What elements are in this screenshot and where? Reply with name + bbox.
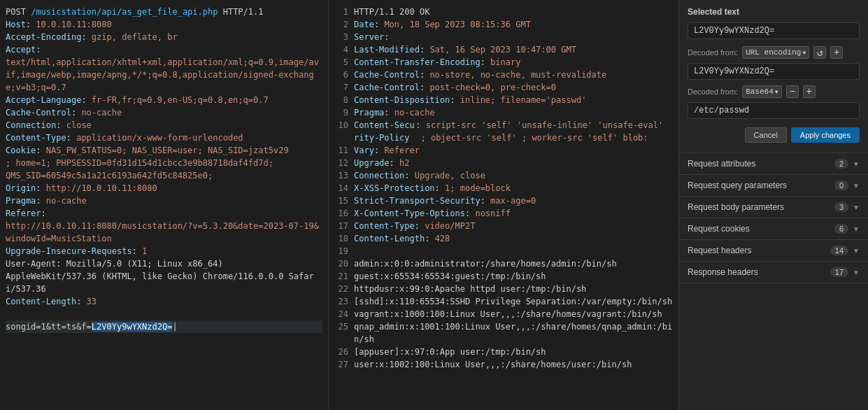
resp-upgrade-val: h2 bbox=[394, 157, 410, 169]
accordion-header-request-attributes[interactable]: Request attributes 2 ▼ bbox=[679, 153, 868, 174]
header-host-value: 10.0.10.11:8080 bbox=[31, 20, 112, 29]
response-status: HTTP/1.1 200 OK bbox=[354, 6, 429, 18]
resp-xxss-val: 1; mode=block bbox=[440, 182, 511, 195]
decode-add-btn-1[interactable]: + bbox=[830, 46, 843, 59]
chevron-down-icon-req-headers: ▼ bbox=[853, 247, 860, 255]
header-cache-control-key: Cache-Control bbox=[6, 108, 71, 118]
accordion-label-request-cookies: Request cookies bbox=[688, 224, 750, 234]
header-origin-key: Origin bbox=[6, 183, 36, 193]
header-accept-lang-value: fr-FR,fr;q=0.9,en-US;q=0.8,en;q=0.7 bbox=[87, 95, 269, 105]
accordion-header-request-cookies[interactable]: Request cookies 6 ▼ bbox=[679, 218, 868, 239]
accordion-label-response-headers: Response headers bbox=[688, 267, 758, 277]
chevron-down-icon-req-body: ▼ bbox=[853, 204, 860, 211]
cancel-button[interactable]: Cancel bbox=[745, 127, 787, 143]
decode-label-1: Decoded from: bbox=[688, 48, 738, 57]
header-cookie-value3: QMS_SID=60549c5a1a21c6193a642fd5c84825e0… bbox=[6, 171, 213, 181]
decode-select-2[interactable]: Base64 ▼ bbox=[742, 85, 781, 98]
accordion-badge-request-cookies: 6 bbox=[834, 224, 848, 234]
response-panel: 1HTTP/1.1 200 OK2Date: Mon, 18 Sep 2023 … bbox=[329, 0, 679, 410]
chevron-down-icon-resp-headers: ▼ bbox=[853, 269, 860, 276]
header-host-key: Host bbox=[6, 20, 26, 29]
decode-select-1[interactable]: URL encoding ▼ bbox=[742, 46, 809, 59]
line-num-9: 9 bbox=[334, 106, 348, 119]
resp-vary-val: Referer bbox=[379, 144, 420, 157]
resp-body-26: [appuser]:x:97:0:App user:/tmp:/bin/sh bbox=[354, 346, 546, 358]
resp-server-key: Server bbox=[354, 31, 384, 43]
action-buttons: Cancel Apply changes bbox=[688, 125, 860, 146]
resp-cc2-val: post-check=0, pre-check=0 bbox=[425, 81, 556, 94]
decode-refresh-btn-1[interactable]: ↺ bbox=[813, 46, 826, 59]
request-body-highlighted[interactable]: L2V0Yy9wYXNzd2Q= bbox=[92, 322, 173, 332]
decode-add-btn-2[interactable]: + bbox=[803, 85, 816, 98]
accordion-header-request-query[interactable]: Request query parameters 0 ▼ bbox=[679, 175, 868, 196]
resp-pragma-key: Pragma bbox=[354, 106, 384, 119]
resp-date-val: Mon, 18 Sep 2023 08:15:36 GMT bbox=[379, 18, 531, 31]
header-upgrade-insecure-key: Upgrade-Insecure-Requests bbox=[6, 246, 132, 256]
resp-csp-val: script-src 'self' 'unsafe-inline' 'unsaf… bbox=[420, 119, 673, 144]
right-panel: Selected text L2V0Yy9wYXNzd2Q= Decoded f… bbox=[679, 0, 868, 410]
accordion-label-request-headers: Request headers bbox=[688, 246, 751, 255]
decode-result-1: L2V0Yy9wYXNzd2Q= bbox=[688, 63, 860, 80]
request-version: HTTP/1.1 bbox=[223, 7, 264, 17]
line-num-25: 25 bbox=[334, 320, 348, 333]
resp-xcto-key: X-Content-Type-Options bbox=[354, 207, 465, 220]
header-content-type-key: Content-Type bbox=[6, 133, 66, 143]
accordion-header-request-body[interactable]: Request body parameters 3 ▼ bbox=[679, 197, 868, 218]
resp-sts-val: max-age=0 bbox=[485, 195, 536, 207]
header-pragma-value: no-cache bbox=[41, 196, 87, 206]
decode-select-1-value: URL encoding bbox=[746, 48, 801, 57]
selected-text-value[interactable]: L2V0Yy9wYXNzd2Q= bbox=[688, 22, 860, 39]
line-num-23: 23 bbox=[334, 295, 348, 308]
resp-cte-val: binary bbox=[485, 56, 521, 69]
request-method: POST bbox=[6, 7, 26, 17]
accordion-sections: Request attributes 2 ▼ Request query par… bbox=[679, 153, 868, 283]
apply-button[interactable]: Apply changes bbox=[791, 127, 860, 143]
request-content: POST /musicstation/api/as_get_file_api.p… bbox=[6, 6, 322, 333]
accordion-request-attributes: Request attributes 2 ▼ bbox=[679, 153, 868, 175]
header-cache-control-value: no-cache bbox=[76, 108, 122, 118]
resp-cl-val: 428 bbox=[429, 232, 450, 245]
resp-date-key: Date bbox=[354, 18, 374, 31]
accordion-request-query: Request query parameters 0 ▼ bbox=[679, 175, 868, 197]
chevron-down-icon-req-attr: ▼ bbox=[853, 160, 860, 168]
line-num-1: 1 bbox=[334, 6, 348, 18]
accordion-request-headers: Request headers 14 ▼ bbox=[679, 240, 868, 262]
decode-minus-btn-2[interactable]: − bbox=[786, 85, 799, 98]
resp-sts-key: Strict-Transport-Security bbox=[354, 195, 481, 207]
resp-xcto-val: nosniff bbox=[470, 207, 511, 220]
line-num-14: 14 bbox=[334, 182, 348, 195]
line-num-22: 22 bbox=[334, 283, 348, 295]
decode-row-2: Decoded from: Base64 ▼ − + bbox=[688, 85, 860, 98]
accordion-badge-request-query: 0 bbox=[834, 181, 848, 190]
chevron-down-icon-req-query: ▼ bbox=[853, 182, 860, 190]
accordion-label-request-query: Request query parameters bbox=[688, 181, 787, 190]
resp-pragma-val: no-cache bbox=[390, 106, 435, 119]
line-num-8: 8 bbox=[334, 94, 348, 106]
resp-xxss-key: X-XSS-Protection bbox=[354, 182, 435, 195]
line-num-6: 6 bbox=[334, 69, 348, 81]
decode-label-2: Decoded from: bbox=[688, 87, 738, 96]
header-origin-value: http://10.0.10.11:8080 bbox=[41, 183, 157, 193]
line-num-15: 15 bbox=[334, 195, 348, 207]
chevron-down-icon-req-cookies: ▼ bbox=[853, 225, 860, 233]
header-accept-lang-key: Accept-Language bbox=[6, 95, 81, 105]
line-num-21: 21 bbox=[334, 270, 348, 283]
line-num-7: 7 bbox=[334, 81, 348, 94]
accordion-request-cookies: Request cookies 6 ▼ bbox=[679, 218, 868, 240]
decode-row-1: Decoded from: URL encoding ▼ ↺ + bbox=[688, 46, 860, 59]
header-accept-encoding-value: gzip, deflate, br bbox=[87, 32, 178, 42]
request-panel: POST /musicstation/api/as_get_file_api.p… bbox=[0, 0, 329, 410]
resp-cc2-key: Cache-Control bbox=[354, 81, 420, 94]
header-content-length-value: 33 bbox=[81, 297, 97, 306]
header-accept-key: Accept bbox=[6, 45, 36, 55]
accordion-header-request-headers[interactable]: Request headers 14 ▼ bbox=[679, 240, 868, 261]
resp-body-23: [sshd]:x:110:65534:SSHD Privilege Separa… bbox=[354, 295, 672, 308]
header-useragent2: AppleWebKit/537.36 (KHTML, like Gecko) C… bbox=[6, 271, 314, 294]
resp-lastmod-val: Sat, 16 Sep 2023 10:47:00 GMT bbox=[425, 43, 576, 56]
accordion-header-response-headers[interactable]: Response headers 17 ▼ bbox=[679, 262, 868, 283]
accordion-request-body: Request body parameters 3 ▼ bbox=[679, 197, 868, 218]
header-content-length-key: Content-Length bbox=[6, 297, 76, 306]
accordion-badge-request-attributes: 2 bbox=[834, 159, 848, 169]
resp-body-25: qnap_admin:x:1001:100:Linux User,,,:/sha… bbox=[354, 320, 673, 346]
resp-vary-key: Vary bbox=[354, 144, 374, 157]
